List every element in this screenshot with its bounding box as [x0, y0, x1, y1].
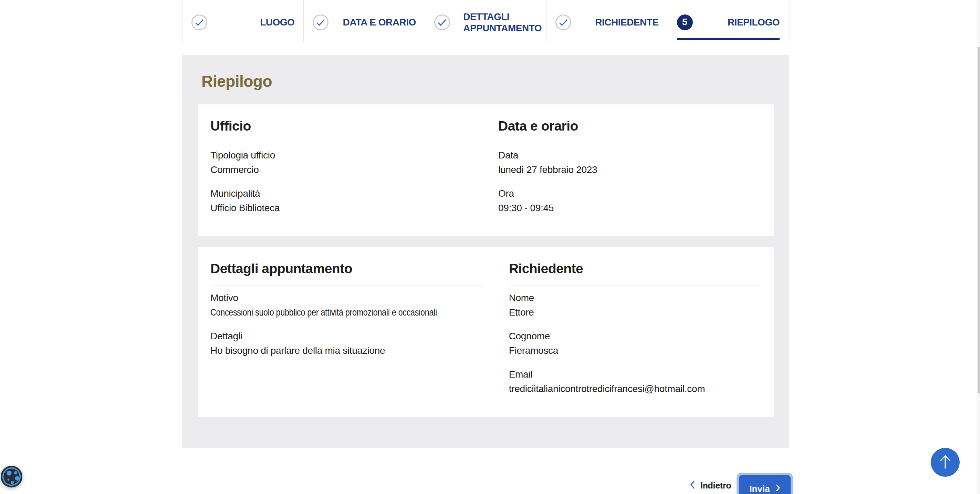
field-label: Ora — [498, 186, 760, 201]
arrow-up-icon — [938, 454, 953, 471]
scrollbar-thumb[interactable] — [978, 47, 980, 394]
step-label: DETTAGLI APPUNTAMENTO — [463, 11, 537, 34]
step-label: RICHIEDENTE — [595, 16, 659, 28]
step-label: DATA E ORARIO — [343, 16, 415, 28]
field-value: Fieramosca — [509, 343, 760, 358]
back-button[interactable]: Indietro — [690, 480, 731, 491]
summary-field: Tipologia ufficio Commercio — [210, 148, 473, 177]
summary-field: Ora 09:30 - 09:45 — [498, 186, 760, 215]
field-label: Data — [498, 148, 760, 163]
chevron-left-icon — [690, 480, 695, 491]
summary-field: Municipalità Ufficio Biblioteca — [210, 186, 473, 215]
summary-card-location-datetime: Ufficio Tipologia ufficio Commercio Muni… — [198, 104, 774, 236]
field-value: Commercio — [210, 163, 473, 177]
section-divider — [509, 285, 760, 286]
submit-button[interactable]: Invia — [739, 475, 791, 494]
step-number-badge: 5 — [677, 14, 693, 30]
field-label: Motivo — [210, 291, 484, 305]
summary-field: Email trediciitalianicontrotredicifrance… — [509, 367, 760, 396]
scrollbar-track[interactable] — [977, 0, 980, 494]
field-value: Ettore — [509, 305, 760, 320]
stepper: LUOGO DATA E ORARIO DETTAGLI APPUNTAMENT… — [182, 0, 789, 42]
check-icon — [313, 14, 328, 30]
summary-field: Dettagli Ho bisogno di parlare della mia… — [210, 329, 484, 358]
summary-field: Cognome Fieramosca — [509, 329, 760, 358]
step-label: RIEPILOGO — [728, 16, 780, 28]
summary-field: Nome Ettore — [509, 291, 760, 320]
chevron-right-icon — [775, 484, 780, 494]
stepper-step-richiedente[interactable]: RICHIEDENTE — [546, 0, 667, 42]
field-label: Nome — [509, 291, 760, 305]
field-value: Concessioni suolo pubblico per attività … — [210, 305, 437, 320]
section-divider — [210, 143, 473, 143]
field-value: lunedì 27 febbraio 2023 — [498, 163, 760, 177]
check-icon — [434, 14, 450, 30]
cookie-icon — [1, 483, 22, 489]
summary-section-dettagli-appuntamento: Dettagli appuntamento Motivo Concessioni… — [198, 247, 496, 417]
back-button-label: Indietro — [700, 481, 731, 491]
summary-section-data-e-orario: Data e orario Data lunedì 27 febbraio 20… — [486, 104, 774, 236]
stepper-step-riepilogo-active[interactable]: 5 RIEPILOGO — [668, 0, 789, 42]
field-label: Municipalità — [210, 186, 473, 201]
appointment-booking-page: LUOGO DATA E ORARIO DETTAGLI APPUNTAMENT… — [0, 0, 980, 494]
page-title: Riepilogo — [202, 72, 272, 90]
field-value: Ho bisogno di parlare della mia situazio… — [210, 343, 484, 358]
field-label: Email — [509, 367, 760, 382]
section-divider — [498, 143, 760, 143]
step-label: LUOGO — [260, 16, 294, 28]
submit-button-label: Invia — [749, 484, 770, 494]
summary-section-richiedente: Richiedente Nome Ettore Cognome Fieramos… — [496, 247, 774, 417]
summary-card-details-applicant: Dettagli appuntamento Motivo Concessioni… — [198, 247, 774, 417]
field-label: Dettagli — [210, 329, 484, 343]
field-value: trediciitalianicontrotredicifrancesi@hot… — [509, 382, 760, 396]
check-icon — [555, 14, 571, 30]
stepper-step-luogo[interactable]: LUOGO — [182, 0, 303, 42]
field-label: Tipologia ufficio — [210, 148, 473, 163]
section-title: Richiedente — [509, 261, 760, 277]
check-icon — [191, 14, 207, 30]
cookie-widget-button[interactable] — [1, 466, 22, 488]
stepper-step-data-e-orario[interactable]: DATA E ORARIO — [303, 0, 425, 42]
field-value: Ufficio Biblioteca — [210, 201, 473, 215]
scroll-to-top-button[interactable] — [931, 448, 960, 477]
section-title: Dettagli appuntamento — [210, 261, 484, 277]
field-value: 09:30 - 09:45 — [498, 201, 760, 215]
stepper-step-dettagli-appuntamento[interactable]: DETTAGLI APPUNTAMENTO — [425, 0, 546, 42]
summary-field: Data lunedì 27 febbraio 2023 — [498, 148, 760, 177]
field-label: Cognome — [509, 329, 760, 343]
summary-panel: Riepilogo Ufficio Tipologia ufficio Comm… — [182, 55, 789, 448]
summary-section-ufficio: Ufficio Tipologia ufficio Commercio Muni… — [198, 104, 486, 236]
section-title: Data e orario — [498, 118, 760, 134]
section-divider — [210, 285, 484, 286]
summary-field: Motivo Concessioni suolo pubblico per at… — [210, 291, 484, 320]
section-title: Ufficio — [210, 118, 473, 134]
